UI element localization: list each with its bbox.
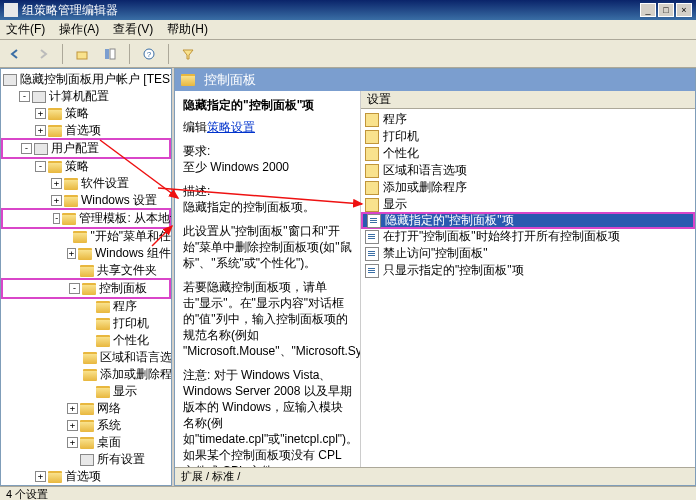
collapse-icon[interactable]: - xyxy=(35,161,46,172)
tree-item[interactable]: 添加或删除程 xyxy=(1,366,171,383)
req-label: 要求: xyxy=(183,144,210,158)
tree-item[interactable]: +网络 xyxy=(1,400,171,417)
tree-item[interactable]: 所有设置 xyxy=(1,451,171,468)
collapse-icon[interactable]: - xyxy=(69,283,80,294)
document-icon xyxy=(365,247,379,261)
document-icon xyxy=(367,214,381,228)
svg-rect-0 xyxy=(77,52,87,59)
expand-icon[interactable]: + xyxy=(51,195,62,206)
tree-item[interactable]: 显示 xyxy=(1,383,171,400)
expand-icon[interactable]: + xyxy=(67,420,78,431)
tree-item[interactable]: 区域和语言选 xyxy=(1,349,171,366)
list-item[interactable]: 个性化 xyxy=(361,145,695,162)
expand-icon[interactable]: + xyxy=(67,403,78,414)
menu-file[interactable]: 文件(F) xyxy=(6,21,45,38)
expand-icon[interactable]: + xyxy=(35,108,46,119)
list-item[interactable]: 隐藏指定的"控制面板"项 xyxy=(361,212,695,229)
tree-item[interactable]: +系统 xyxy=(1,417,171,434)
title-bar: 组策略管理编辑器 _ □ × xyxy=(0,0,696,20)
back-button[interactable] xyxy=(4,43,26,65)
desc-title: 隐藏指定的"控制面板"项 xyxy=(183,97,352,113)
tree-item[interactable]: 打印机 xyxy=(1,315,171,332)
up-button[interactable] xyxy=(71,43,93,65)
req-value: 至少 Windows 2000 xyxy=(183,160,289,174)
tree-item[interactable]: +首选项 xyxy=(1,122,171,139)
svg-rect-2 xyxy=(110,49,115,59)
show-hide-button[interactable] xyxy=(99,43,121,65)
folder-icon xyxy=(181,74,195,86)
tree-item[interactable]: +软件设置 xyxy=(1,175,171,192)
main-header: 控制面板 xyxy=(175,69,695,91)
list-item-label: 禁止访问"控制面板" xyxy=(383,245,488,262)
desc-text: 若要隐藏控制面板项，请单击"显示"。在"显示内容"对话框的"值"列中，输入控制面… xyxy=(183,279,352,359)
tree-item[interactable]: +桌面 xyxy=(1,434,171,451)
tree-item[interactable]: 程序 xyxy=(1,298,171,315)
main-pane: 控制面板 隐藏指定的"控制面板"项 编辑策略设置 要求:至少 Windows 2… xyxy=(174,68,696,486)
tree-control-panel[interactable]: -控制面板 xyxy=(1,278,171,299)
collapse-icon[interactable]: - xyxy=(53,213,60,224)
desc-text: 此设置从"控制面板"窗口和"开始"菜单中删除控制面板项(如"鼠标"、"系统"或"… xyxy=(183,223,352,271)
list-item[interactable]: 显示 xyxy=(361,196,695,213)
folder-icon xyxy=(365,130,379,144)
expand-icon[interactable]: + xyxy=(67,248,76,259)
list-item[interactable]: 打印机 xyxy=(361,128,695,145)
tree-item[interactable]: -策略 xyxy=(1,158,171,175)
list-item-label: 程序 xyxy=(383,111,407,128)
filter-button[interactable] xyxy=(177,43,199,65)
menu-view[interactable]: 查看(V) xyxy=(113,21,153,38)
tree-item[interactable]: 共享文件夹 xyxy=(1,262,171,279)
list-item[interactable]: 在打开"控制面板"时始终打开所有控制面板项 xyxy=(361,228,695,245)
help-button[interactable]: ? xyxy=(138,43,160,65)
column-header-setting[interactable]: 设置 xyxy=(361,91,695,109)
collapse-icon[interactable]: - xyxy=(21,143,32,154)
tree-item[interactable]: +策略 xyxy=(1,105,171,122)
main-header-title: 控制面板 xyxy=(204,71,256,89)
svg-rect-1 xyxy=(105,49,109,59)
list-item[interactable]: 添加或删除程序 xyxy=(361,179,695,196)
list-item-label: 打印机 xyxy=(383,128,419,145)
expand-icon[interactable]: + xyxy=(67,437,78,448)
expand-icon[interactable]: + xyxy=(35,471,46,482)
list-item[interactable]: 区域和语言选项 xyxy=(361,162,695,179)
tree-item[interactable]: "开始"菜单和任 xyxy=(1,228,171,245)
list-item-label: 添加或删除程序 xyxy=(383,179,467,196)
list-item-label: 显示 xyxy=(383,196,407,213)
tree-computer-config[interactable]: -计算机配置 xyxy=(1,88,171,105)
folder-icon xyxy=(365,164,379,178)
maximize-button[interactable]: □ xyxy=(658,3,674,17)
list-item[interactable]: 程序 xyxy=(361,111,695,128)
svg-text:?: ? xyxy=(147,50,152,59)
tree-item[interactable]: +Windows 设置 xyxy=(1,192,171,209)
document-icon xyxy=(365,230,379,244)
minimize-button[interactable]: _ xyxy=(640,3,656,17)
expand-icon[interactable]: + xyxy=(35,125,46,136)
tree-item[interactable]: 个性化 xyxy=(1,332,171,349)
list-item[interactable]: 只显示指定的"控制面板"项 xyxy=(361,262,695,279)
close-button[interactable]: × xyxy=(676,3,692,17)
tree-user-config[interactable]: -用户配置 xyxy=(1,138,171,159)
menu-bar: 文件(F) 操作(A) 查看(V) 帮助(H) xyxy=(0,20,696,40)
tree-root[interactable]: 隐藏控制面板用户帐户 [TEST-F xyxy=(1,71,171,88)
tree-item[interactable]: +Windows 组件 xyxy=(1,245,171,262)
edit-policy-link[interactable]: 策略设置 xyxy=(207,120,255,134)
expand-icon[interactable]: + xyxy=(51,178,62,189)
tree-pane: 隐藏控制面板用户帐户 [TEST-F -计算机配置 +策略 +首选项 -用户配置… xyxy=(0,68,172,486)
status-bar: 4 个设置 xyxy=(0,486,696,500)
tree-admin-templates[interactable]: -管理模板: 从本地计 xyxy=(1,208,171,229)
list-item[interactable]: 禁止访问"控制面板" xyxy=(361,245,695,262)
menu-help[interactable]: 帮助(H) xyxy=(167,21,208,38)
description-pane: 隐藏指定的"控制面板"项 编辑策略设置 要求:至少 Windows 2000 描… xyxy=(175,91,361,467)
tab-strip[interactable]: 扩展 / 标准 / xyxy=(175,467,695,485)
window-title: 组策略管理编辑器 xyxy=(22,2,118,19)
forward-button[interactable] xyxy=(32,43,54,65)
list-item-label: 在打开"控制面板"时始终打开所有控制面板项 xyxy=(383,228,620,245)
collapse-icon[interactable]: - xyxy=(19,91,30,102)
menu-action[interactable]: 操作(A) xyxy=(59,21,99,38)
document-icon xyxy=(365,264,379,278)
toolbar: ? xyxy=(0,40,696,68)
tree-item[interactable]: +首选项 xyxy=(1,468,171,485)
folder-icon xyxy=(365,113,379,127)
list-pane: 设置 程序打印机个性化区域和语言选项添加或删除程序显示隐藏指定的"控制面板"项在… xyxy=(361,91,695,467)
edit-label: 编辑 xyxy=(183,120,207,134)
folder-icon xyxy=(365,147,379,161)
